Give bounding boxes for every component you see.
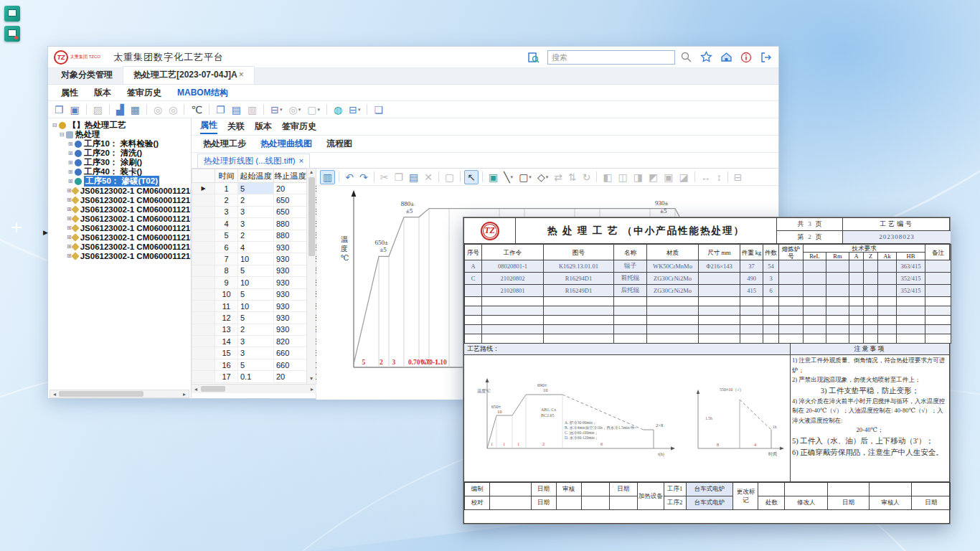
grid-rownum-cell[interactable]: 12 bbox=[215, 312, 238, 324]
grid-row[interactable]: 132930820 bbox=[192, 324, 307, 335]
grid-row-marker[interactable] bbox=[192, 277, 215, 288]
grid-cell[interactable]: 930 bbox=[274, 253, 307, 265]
grid-row[interactable]: 125930930 bbox=[192, 312, 307, 324]
scroll-down-icon[interactable]: ▾ bbox=[310, 375, 313, 384]
copy-window-icon[interactable]: ❐ bbox=[214, 103, 227, 116]
document-tab-close-icon[interactable]: × bbox=[299, 156, 304, 165]
flip-h-icon[interactable]: ⇄ bbox=[552, 171, 565, 184]
tree-expander-icon[interactable]: ⊞ bbox=[67, 141, 74, 147]
flip-v-icon[interactable]: ⇅ bbox=[566, 171, 579, 184]
tab-detail-versions[interactable]: 版本 bbox=[255, 121, 272, 133]
grid-cell[interactable]: 5 bbox=[238, 288, 274, 300]
grid-row-marker[interactable] bbox=[192, 371, 215, 382]
grid-row-marker[interactable] bbox=[192, 359, 215, 370]
grid-rownum-cell[interactable]: 6 bbox=[215, 241, 238, 253]
col-time[interactable]: 时间 bbox=[215, 169, 238, 183]
distribute-h-icon[interactable]: ↔ bbox=[699, 171, 713, 184]
grid-cell[interactable]: 3 bbox=[238, 347, 274, 359]
grid-cell[interactable]: 930 bbox=[274, 288, 307, 300]
process-card-window[interactable]: TZ 热 处 理 工 艺 （中小产品性能热处理） 共3页 第2页 工艺编号 20… bbox=[463, 217, 951, 524]
document-icon[interactable]: ▢▾ bbox=[305, 103, 322, 116]
grid-rownum-cell[interactable]: 4 bbox=[215, 218, 238, 230]
grid-cell[interactable]: 930 bbox=[274, 312, 307, 324]
scroll-right-icon[interactable]: ▸ bbox=[308, 386, 316, 392]
favorite-star-icon[interactable] bbox=[699, 51, 712, 64]
logout-icon[interactable] bbox=[760, 51, 773, 64]
user-badge2-icon[interactable]: ◎ bbox=[166, 103, 179, 116]
grid-cell[interactable]: 5 bbox=[238, 359, 274, 370]
save-icon[interactable]: ▣ bbox=[68, 103, 82, 116]
tab-properties[interactable]: 属性 bbox=[54, 85, 85, 100]
advanced-search-icon[interactable] bbox=[527, 51, 540, 64]
grid-rownum-cell[interactable]: 16 bbox=[215, 359, 238, 370]
pointer-icon[interactable]: ↖ bbox=[464, 170, 479, 184]
tree-item-part[interactable]: ⊞JS06123002-1 CM0600011215 bbox=[50, 204, 191, 214]
tree-item-part[interactable]: ⊞JS06123002-1 CM0600011215 bbox=[50, 251, 191, 260]
grid-row-marker[interactable] bbox=[192, 265, 215, 276]
grid-cell[interactable]: 10 bbox=[238, 277, 274, 288]
grid-cell[interactable]: 880 bbox=[274, 218, 307, 230]
grid-row[interactable]: 153660660 bbox=[192, 347, 307, 359]
tree-item-part[interactable]: ⊞JS06123002-1 CM0600011215 bbox=[50, 186, 191, 195]
grid-row-marker[interactable] bbox=[192, 218, 215, 230]
tab-curve-image-document[interactable]: 热处理折线图 (...线图.tiff) × bbox=[197, 154, 310, 168]
grid-row-marker[interactable] bbox=[192, 288, 215, 300]
grid-rownum-cell[interactable]: 13 bbox=[215, 324, 238, 335]
grid-horizontal-scrollbar[interactable]: ◂ ▸ bbox=[192, 384, 316, 393]
database-edit-icon[interactable]: ⊟▾ bbox=[347, 103, 362, 116]
tree-item-part[interactable]: ⊞JS06123002-1 CM0600011215 bbox=[50, 195, 191, 204]
scrollbar-thumb[interactable] bbox=[59, 391, 143, 397]
tree-item-step[interactable]: ⊞工序50： 渗碳(T02) bbox=[50, 176, 191, 186]
tree-item-part[interactable]: ⊞JS06123002-1 CM0600011215 bbox=[50, 214, 191, 223]
rotate-icon[interactable]: ↻ bbox=[580, 171, 593, 184]
align-right-icon[interactable]: ◨ bbox=[631, 171, 645, 184]
grid-row-marker[interactable] bbox=[192, 324, 215, 335]
grid-row[interactable]: 105930930 bbox=[192, 288, 307, 300]
grid-row-marker[interactable] bbox=[192, 347, 215, 359]
grid-cell[interactable]: 3 bbox=[238, 336, 274, 347]
grid-cell[interactable]: 5 bbox=[238, 183, 274, 194]
tab-mabom-structure[interactable]: MABOM结构 bbox=[170, 85, 235, 100]
grid-row[interactable]: 910930930 bbox=[192, 277, 307, 288]
search-sync-icon[interactable]: ◍ bbox=[331, 103, 344, 116]
grid-rownum-cell[interactable]: 11 bbox=[215, 300, 238, 311]
grid-row[interactable]: 22650650 bbox=[192, 194, 307, 206]
grid-row-marker[interactable] bbox=[192, 194, 215, 206]
grid-cell[interactable]: 5 bbox=[238, 312, 274, 324]
grid-row-marker[interactable] bbox=[192, 241, 215, 253]
scroll-left-icon[interactable]: ◂ bbox=[192, 386, 200, 392]
grid-cell[interactable]: 10 bbox=[238, 300, 274, 311]
tab-heat-curve[interactable]: 热处理曲线图 bbox=[255, 136, 318, 151]
grid-rownum-cell[interactable]: 3 bbox=[215, 206, 238, 217]
grid-row[interactable]: 64930930 bbox=[192, 241, 307, 253]
tree-expander-icon[interactable]: ⊞ bbox=[67, 159, 74, 166]
grid-cell[interactable]: 650 bbox=[274, 206, 307, 217]
window-restore-icon[interactable]: ❐ bbox=[52, 103, 66, 116]
search-input[interactable] bbox=[547, 50, 675, 65]
tree-horizontal-scrollbar[interactable]: ◂ ▸ bbox=[50, 390, 189, 398]
tab-close-icon[interactable]: × bbox=[239, 70, 244, 80]
grid-row-marker[interactable] bbox=[192, 206, 215, 217]
tab-sign-history[interactable]: 签审历史 bbox=[120, 85, 169, 100]
tree-root[interactable]: ⊟【】热处理工艺 bbox=[50, 121, 191, 130]
tree-item-part[interactable]: ⊞JS06123002-1 CM0600011215 bbox=[50, 223, 191, 232]
calendar-edit-icon[interactable]: ▦ bbox=[128, 103, 142, 116]
grid-cell[interactable]: 10 bbox=[238, 253, 274, 265]
grid-rownum-cell[interactable]: 17 bbox=[215, 371, 238, 382]
grid-rownum-cell[interactable]: 2 bbox=[215, 194, 238, 206]
align-middle-icon[interactable]: ▣ bbox=[661, 171, 675, 184]
grid-row[interactable]: 170.12020 bbox=[192, 371, 307, 382]
columns-icon[interactable]: ▥ bbox=[320, 170, 335, 184]
scrollbar-thumb[interactable] bbox=[201, 386, 225, 392]
grid-cell[interactable]: 20 bbox=[274, 371, 307, 382]
grid-row[interactable]: 1110930930 bbox=[192, 300, 307, 311]
grid-cell[interactable]: 820 bbox=[274, 336, 307, 347]
scrollbar-thumb[interactable] bbox=[308, 177, 315, 256]
grid-rownum-cell[interactable]: 15 bbox=[215, 347, 238, 359]
grid-row[interactable]: 85930930 bbox=[192, 265, 307, 276]
tree-expander-icon[interactable]: ⊞ bbox=[67, 150, 74, 156]
delete-icon[interactable]: ✕ bbox=[422, 171, 435, 184]
grid-row-marker[interactable] bbox=[192, 300, 215, 311]
grid-cell[interactable]: 930 bbox=[274, 324, 307, 335]
distribute-v-icon[interactable]: ↕ bbox=[715, 171, 724, 184]
